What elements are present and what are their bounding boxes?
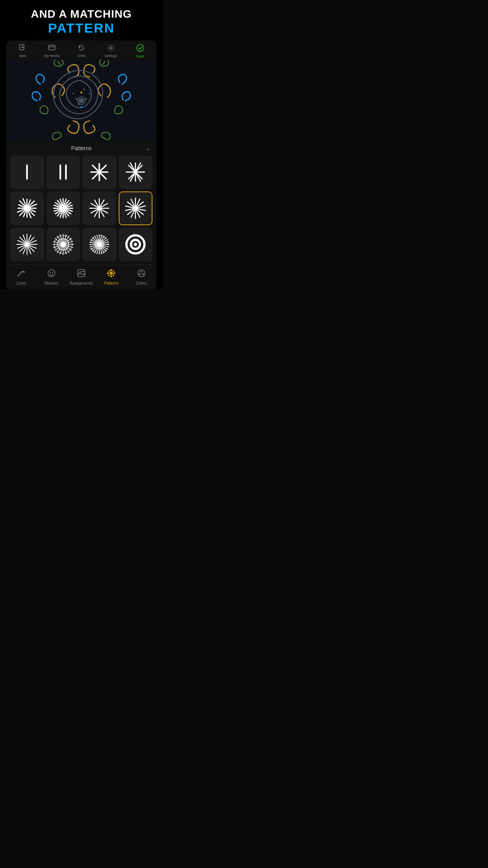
pattern-cell-8[interactable] bbox=[119, 191, 152, 225]
lines-icon bbox=[16, 268, 26, 280]
nav-backgrounds-label: Backgrounds bbox=[70, 281, 93, 285]
patterns-nav-icon bbox=[106, 268, 116, 280]
patterns-label: Patterns bbox=[71, 145, 92, 151]
nav-patterns-label: Patterns bbox=[104, 281, 119, 285]
toolbar-settings[interactable]: Settings bbox=[101, 44, 121, 58]
pattern-cell-5[interactable] bbox=[10, 191, 44, 225]
svg-rect-3 bbox=[49, 45, 55, 50]
pattern-cell-10[interactable] bbox=[46, 228, 80, 261]
save-icon bbox=[136, 44, 145, 53]
svg-point-12 bbox=[86, 98, 87, 99]
pattern-cell-3[interactable] bbox=[83, 155, 116, 189]
svg-point-145 bbox=[108, 270, 110, 272]
svg-point-17 bbox=[89, 93, 90, 94]
svg-point-151 bbox=[139, 273, 141, 275]
svg-point-150 bbox=[140, 271, 142, 273]
nav-stickers-label: Stickers bbox=[44, 281, 59, 285]
svg-point-6 bbox=[137, 44, 144, 51]
svg-point-14 bbox=[83, 88, 84, 90]
svg-point-148 bbox=[113, 275, 114, 276]
pattern-cell-11[interactable] bbox=[83, 228, 116, 261]
toolbar-undo[interactable]: Undo bbox=[72, 44, 91, 58]
svg-point-80 bbox=[26, 243, 28, 246]
header-section: AND A MATCHING PATTERN bbox=[23, 0, 139, 40]
undo-icon bbox=[77, 44, 85, 53]
toolbar-save-label: Save bbox=[136, 54, 144, 58]
pattern-cell-9[interactable] bbox=[10, 228, 44, 261]
pattern-cell-12[interactable] bbox=[119, 228, 152, 261]
stickers-icon bbox=[46, 268, 57, 280]
page-wrapper: AND A MATCHING PATTERN New bbox=[0, 0, 163, 289]
svg-point-146 bbox=[113, 270, 114, 272]
colors-icon bbox=[136, 268, 147, 280]
svg-point-5 bbox=[110, 47, 112, 49]
bottom-nav: Lines Stickers bbox=[6, 265, 156, 289]
toolbar-settings-label: Settings bbox=[105, 54, 117, 58]
nav-item-stickers[interactable]: Stickers bbox=[36, 268, 66, 285]
svg-point-11 bbox=[76, 98, 77, 99]
pattern-grid bbox=[6, 155, 156, 265]
nav-item-patterns[interactable]: Patterns bbox=[96, 268, 126, 285]
svg-point-152 bbox=[142, 273, 144, 275]
svg-point-143 bbox=[107, 272, 109, 274]
pattern-cell-6[interactable] bbox=[46, 191, 80, 225]
toolbar-myworks[interactable]: My Works bbox=[42, 44, 62, 58]
nav-colors-label: Colors bbox=[136, 281, 147, 285]
svg-point-10 bbox=[81, 91, 83, 93]
svg-point-136 bbox=[48, 270, 55, 277]
pattern-cell-4[interactable] bbox=[119, 155, 152, 189]
pattern-cell-7[interactable] bbox=[83, 191, 116, 225]
nav-item-backgrounds[interactable]: Backgrounds bbox=[66, 268, 96, 285]
toolbar-undo-label: Undo bbox=[77, 54, 86, 58]
svg-point-15 bbox=[81, 106, 82, 108]
svg-point-16 bbox=[73, 93, 74, 94]
svg-point-147 bbox=[108, 275, 110, 276]
toolbar-new-label: New bbox=[19, 54, 26, 58]
toolbar-save[interactable]: Save bbox=[130, 44, 150, 58]
svg-point-140 bbox=[110, 272, 113, 275]
new-icon bbox=[18, 44, 26, 53]
nav-item-lines[interactable]: Lines bbox=[6, 268, 36, 285]
pattern-cell-2[interactable] bbox=[46, 155, 80, 189]
mandala-display bbox=[6, 60, 156, 141]
svg-point-138 bbox=[52, 272, 53, 273]
my-works-icon bbox=[48, 44, 56, 53]
patterns-header[interactable]: Patterns ⌄ bbox=[6, 141, 156, 155]
svg-point-144 bbox=[114, 272, 116, 274]
backgrounds-icon bbox=[76, 268, 86, 280]
app-frame: New My Works Undo bbox=[6, 40, 156, 289]
toolbar-myworks-label: My Works bbox=[44, 54, 60, 58]
toolbar-new[interactable]: New bbox=[13, 44, 32, 58]
header-line2: PATTERN bbox=[31, 20, 132, 36]
header-line1: AND A MATCHING bbox=[31, 8, 132, 20]
nav-lines-label: Lines bbox=[17, 281, 26, 285]
svg-point-19 bbox=[80, 99, 83, 102]
svg-rect-139 bbox=[78, 270, 85, 277]
nav-item-colors[interactable]: Colors bbox=[127, 268, 156, 285]
svg-point-141 bbox=[110, 269, 112, 271]
canvas-area bbox=[6, 60, 156, 141]
pattern-cell-1[interactable] bbox=[10, 155, 44, 189]
svg-point-132 bbox=[134, 243, 138, 246]
settings-icon bbox=[107, 44, 115, 53]
toolbar: New My Works Undo bbox=[6, 40, 156, 60]
svg-point-137 bbox=[50, 272, 51, 273]
svg-point-135 bbox=[23, 271, 25, 273]
chevron-down-icon: ⌄ bbox=[145, 145, 150, 151]
svg-point-142 bbox=[110, 276, 112, 278]
svg-line-133 bbox=[18, 271, 22, 276]
